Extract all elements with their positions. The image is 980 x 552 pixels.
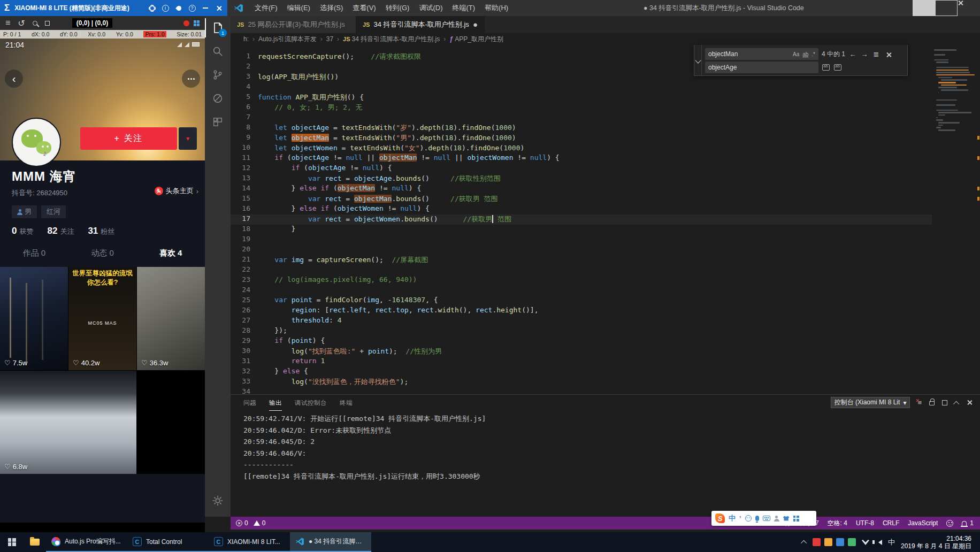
breadcrumb-item[interactable]: JS 34 抖音引流脚本-取用户性别.js — [343, 35, 440, 44]
toggle-replace-button[interactable] — [694, 45, 702, 75]
menu-icon[interactable]: ≡ — [5, 18, 10, 28]
follow-dropdown-button[interactable]: ▾ — [179, 127, 197, 150]
video-thumbnail[interactable]: ♡7.5w — [0, 267, 68, 370]
find-toggle-regex[interactable]: .* — [811, 51, 815, 57]
open-panel-icon[interactable] — [942, 398, 947, 408]
eol[interactable]: CRLF — [883, 519, 899, 527]
find-input[interactable]: objectMan Aaab.* — [705, 48, 818, 60]
warnings-status[interactable]: 0 — [254, 519, 266, 527]
replace-all-button[interactable] — [833, 64, 842, 71]
profile-tab[interactable]: 喜欢 4 — [136, 248, 205, 266]
menu-item[interactable]: 选择(S) — [315, 0, 348, 16]
language-mode[interactable]: JavaScript — [908, 519, 938, 527]
breadcrumb-item[interactable]: ƒ APP_取用户性别 — [449, 35, 503, 44]
explorer-icon[interactable]: 1 — [205, 16, 231, 40]
panel-tab[interactable]: 输出 — [269, 395, 282, 411]
editor-tab[interactable]: JS34 抖音引流脚本-取用户性别.js● — [356, 16, 485, 33]
menu-item[interactable]: 查看(V) — [348, 0, 380, 16]
feedback-smiley-icon[interactable] — [946, 520, 953, 527]
previous-match-button[interactable]: ← — [848, 50, 857, 58]
ime-lang-mode[interactable]: 中 — [729, 513, 736, 523]
pin-icon[interactable] — [174, 6, 183, 11]
source-control-icon[interactable] — [205, 63, 231, 87]
menu-item[interactable]: 调试(D) — [414, 0, 447, 16]
phone-close-button[interactable] — [215, 5, 223, 11]
sogou-logo-icon[interactable]: S — [715, 513, 725, 523]
rotate-icon[interactable]: ↺ — [18, 18, 25, 28]
profile-avatar[interactable]: ♪ — [12, 118, 61, 167]
close-panel-icon[interactable] — [967, 398, 973, 408]
video-thumbnail[interactable]: ♡36.3w — [137, 267, 205, 370]
code-content[interactable]: requestScreenCapture(); //请求截图权限log(APP_… — [258, 52, 932, 394]
help-icon[interactable]: ? — [188, 5, 196, 12]
ime-punct-icon[interactable]: ’ — [739, 515, 741, 523]
output-log[interactable]: 20:59:42.741/V: 开始运行[[remote]34 抖音引流脚本-取… — [243, 413, 969, 482]
menu-item[interactable]: 终端(T) — [447, 0, 480, 16]
breadcrumb[interactable]: h:›Auto.js引流脚本开发›37›JS 34 抖音引流脚本-取用户性别.j… — [231, 33, 980, 45]
errors-status[interactable]: ✕0 — [236, 519, 248, 527]
maximize-panel-icon[interactable] — [955, 398, 959, 408]
panel-tab[interactable]: 调试控制台 — [295, 395, 327, 411]
tray-ime-indicator[interactable]: 中 — [888, 538, 895, 547]
manage-gear-icon[interactable] — [205, 489, 231, 512]
follow-button[interactable]: + 关注 — [80, 127, 177, 150]
minimize-button[interactable] — [913, 0, 935, 16]
close-button[interactable] — [958, 0, 980, 16]
settings-gear-icon[interactable] — [148, 6, 156, 11]
capture-icon[interactable] — [45, 21, 50, 26]
find-toggle-word[interactable]: ab — [802, 51, 808, 57]
taskbar-app-button[interactable]: ● 34 抖音引流脚本... — [290, 532, 371, 552]
toutiao-homepage-link[interactable]: 头 头条主页 › — [155, 186, 198, 196]
replace-button[interactable] — [822, 64, 830, 71]
more-options-button[interactable] — [182, 70, 200, 88]
panel-tab[interactable]: 终端 — [340, 395, 353, 411]
indentation[interactable]: 空格: 4 — [828, 519, 847, 528]
back-button[interactable]: ‹ — [5, 70, 23, 88]
info-icon[interactable]: i — [161, 5, 170, 12]
wifi-icon[interactable] — [862, 539, 869, 545]
file-explorer-button[interactable] — [24, 532, 46, 552]
mic-icon[interactable] — [755, 516, 759, 521]
clear-output-icon[interactable]: ≡✕ — [917, 399, 922, 406]
menu-item[interactable]: 转到(G) — [381, 0, 415, 16]
find-in-selection-button[interactable]: ≣ — [872, 50, 881, 58]
video-thumbnail[interactable]: ♡6.8w — [0, 371, 136, 474]
taskbar-app-button[interactable]: CTotal Control — [127, 532, 209, 552]
account-icon[interactable] — [774, 516, 779, 521]
menu-item[interactable]: 文件(F) — [250, 0, 282, 16]
taskbar-app-button[interactable]: Auto.js Pro编写抖... — [46, 532, 127, 552]
video-thumbnail[interactable]: 世界至尊凶猛的流氓你怎么看?MC05 MAS♡40.2w — [68, 267, 136, 370]
find-toggle-case[interactable]: Aa — [793, 51, 799, 57]
profile-tab[interactable]: 动态 0 — [68, 248, 137, 266]
notifications-bell[interactable]: 1 — [962, 519, 974, 527]
extensions-icon[interactable] — [205, 110, 231, 134]
menu-item[interactable]: 帮助(H) — [480, 0, 513, 16]
debug-icon[interactable] — [205, 87, 231, 110]
breadcrumb-item[interactable]: 37 — [326, 35, 333, 43]
editor-tab[interactable]: JS25 网易公开课(3)-取用户性别.js — [231, 16, 356, 33]
toolbox-grid-icon[interactable] — [793, 516, 799, 522]
tray-icon[interactable] — [824, 538, 832, 546]
keyboard-icon[interactable] — [763, 516, 770, 521]
breadcrumb-item[interactable]: Auto.js引流脚本开发 — [258, 35, 317, 44]
hidden-icons-chevron[interactable] — [801, 540, 807, 546]
apps-grid-icon[interactable] — [194, 20, 200, 26]
code-editor[interactable]: 1234567891011121314151617181920212223242… — [231, 45, 932, 394]
breadcrumb-item[interactable]: h: — [243, 35, 249, 43]
ime-toolbar[interactable]: S 中 ’ — [711, 511, 816, 526]
close-find-button[interactable] — [884, 52, 892, 57]
record-icon[interactable] — [183, 20, 189, 26]
skin-icon[interactable] — [783, 516, 790, 521]
replace-input[interactable]: objectAge — [705, 62, 818, 73]
zoom-icon[interactable] — [33, 21, 37, 26]
minimap[interactable] — [932, 45, 977, 394]
tray-icon[interactable] — [813, 538, 821, 546]
tray-icon[interactable] — [848, 538, 856, 546]
profile-tab[interactable]: 作品 0 — [0, 248, 68, 266]
restore-button[interactable] — [935, 0, 958, 16]
tray-icon[interactable] — [836, 538, 844, 546]
encoding[interactable]: UTF-8 — [856, 519, 874, 527]
panel-tab[interactable]: 问题 — [243, 395, 256, 411]
find-toggles[interactable]: Aaab.* — [793, 51, 815, 57]
menu-item[interactable]: 编辑(E) — [282, 0, 315, 16]
